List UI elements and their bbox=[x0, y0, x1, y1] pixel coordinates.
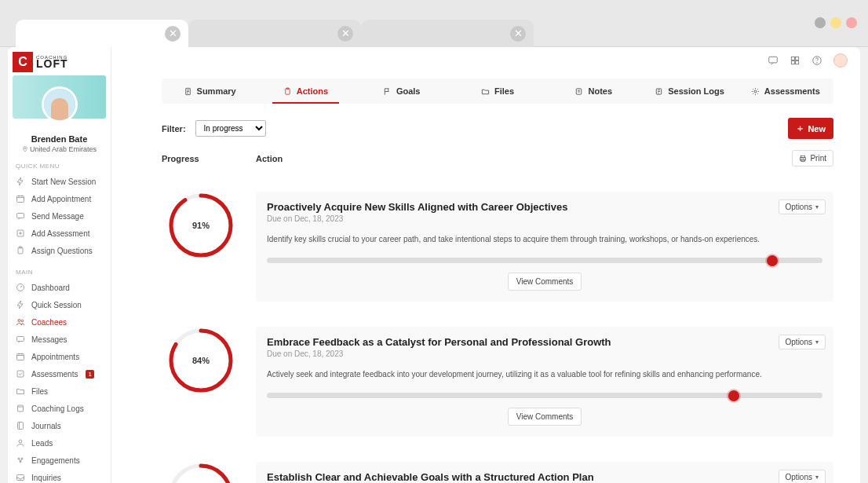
logo-mark: C bbox=[13, 52, 33, 72]
browser-tab[interactable]: ✕ bbox=[188, 20, 361, 47]
filter-select[interactable]: In progress bbox=[195, 120, 266, 137]
sidebar-item-add-appointment[interactable]: Add Appointment bbox=[8, 190, 111, 207]
window-dot[interactable] bbox=[846, 17, 857, 28]
tab-label: Notes bbox=[588, 86, 612, 96]
tab-assessments[interactable]: Assessments bbox=[738, 79, 833, 104]
sidebar-item-label: Appointments bbox=[31, 353, 79, 361]
sidebar-item-leads[interactable]: Leads bbox=[8, 434, 111, 452]
sidebar-item-label: Engagements bbox=[31, 456, 80, 465]
sidebar-item-files[interactable]: Files bbox=[8, 382, 111, 400]
sidebar-item-label: Assign Questions bbox=[31, 247, 93, 255]
inbox-icon bbox=[16, 473, 25, 482]
sidebar-item-start-new-session[interactable]: Start New Session bbox=[8, 173, 111, 190]
tab-notes[interactable]: Notes bbox=[545, 79, 641, 104]
tab-files[interactable]: Files bbox=[450, 79, 545, 104]
sidebar-item-inquiries[interactable]: Inquiries bbox=[8, 469, 111, 483]
svg-rect-24 bbox=[791, 61, 794, 64]
progress-slider[interactable] bbox=[267, 393, 822, 398]
sidebar-item-engagements[interactable]: Engagements bbox=[8, 452, 111, 469]
svg-rect-34 bbox=[801, 156, 805, 158]
sidebar-item-dashboard[interactable]: Dashboard bbox=[8, 279, 111, 296]
chat-icon[interactable] bbox=[768, 55, 779, 66]
profile-avatar[interactable] bbox=[42, 86, 78, 123]
clipboard-icon bbox=[16, 246, 25, 255]
check-square-icon bbox=[16, 369, 25, 379]
sidebar-item-label: Start New Session bbox=[31, 177, 96, 186]
user-avatar[interactable] bbox=[833, 53, 848, 68]
sidebar-item-assign-questions[interactable]: Assign Questions bbox=[8, 242, 111, 259]
progress-ring: 91% bbox=[162, 192, 240, 302]
flag-icon bbox=[383, 87, 392, 96]
sidebar-item-assessments[interactable]: Assessments1 bbox=[8, 365, 111, 382]
progress-ring: 84% bbox=[162, 327, 240, 437]
window-dot[interactable] bbox=[815, 17, 826, 28]
sidebar-item-label: Inquiries bbox=[31, 474, 61, 482]
sidebar-item-coachees[interactable]: Coachees bbox=[8, 313, 111, 331]
tab-close-icon[interactable]: ✕ bbox=[337, 26, 353, 42]
action-card: OptionsEstablish Clear and Achievable Go… bbox=[256, 462, 833, 483]
view-comments-button[interactable]: View Comments bbox=[508, 408, 582, 426]
tab-label: Files bbox=[494, 86, 514, 96]
svg-point-8 bbox=[21, 320, 24, 322]
sidebar-item-label: Journals bbox=[31, 422, 61, 430]
svg-rect-2 bbox=[17, 214, 24, 218]
tab-label: Assessments bbox=[764, 86, 820, 96]
filter-label: Filter: bbox=[162, 124, 186, 134]
action-description: Identify key skills crucial to your care… bbox=[267, 234, 822, 245]
window-dot[interactable] bbox=[830, 17, 841, 28]
logo[interactable]: C COACHING LOFT bbox=[13, 52, 106, 72]
sidebar-item-label: Messages bbox=[31, 335, 67, 344]
sidebar-item-coaching-logs[interactable]: Coaching Logs bbox=[8, 400, 111, 417]
progress-percent: 70% bbox=[167, 462, 235, 483]
action-row: 84%OptionsEmbrace Feedback as a Catalyst… bbox=[162, 327, 833, 437]
profile-name: Brenden Bate bbox=[8, 134, 111, 144]
sidebar-item-add-assessment[interactable]: Add Assessment bbox=[8, 225, 111, 242]
options-button[interactable]: Options bbox=[779, 335, 826, 349]
svg-rect-25 bbox=[796, 61, 799, 64]
action-row: 70%OptionsEstablish Clear and Achievable… bbox=[162, 462, 833, 483]
svg-point-7 bbox=[18, 320, 20, 322]
options-button[interactable]: Options bbox=[779, 470, 826, 483]
new-button[interactable]: ＋ New bbox=[788, 118, 833, 139]
tab-summary[interactable]: Summary bbox=[162, 79, 257, 104]
sidebar-item-label: Quick Session bbox=[31, 301, 82, 309]
sidebar-item-label: Add Assessment bbox=[31, 229, 89, 238]
detail-tabs: SummaryActionsGoalsFilesNotesSession Log… bbox=[162, 79, 833, 104]
svg-rect-22 bbox=[791, 57, 794, 60]
help-icon[interactable] bbox=[811, 55, 822, 66]
view-comments-button[interactable]: View Comments bbox=[508, 273, 582, 291]
sidebar-item-quick-session[interactable]: Quick Session bbox=[8, 296, 111, 313]
sidebar-item-send-message[interactable]: Send Message bbox=[8, 207, 111, 225]
sidebar-item-label: Dashboard bbox=[31, 284, 70, 292]
sidebar-item-label: Coachees bbox=[31, 318, 67, 327]
progress-slider[interactable] bbox=[267, 258, 822, 263]
svg-rect-31 bbox=[577, 88, 582, 93]
browser-tab-active[interactable]: ✕ bbox=[16, 20, 188, 47]
tab-close-icon[interactable]: ✕ bbox=[510, 26, 526, 42]
sidebar-item-messages[interactable]: Messages bbox=[8, 331, 111, 348]
tab-goals[interactable]: Goals bbox=[354, 79, 450, 104]
print-button[interactable]: Print bbox=[792, 150, 833, 166]
svg-rect-21 bbox=[769, 57, 778, 63]
svg-rect-9 bbox=[17, 337, 24, 342]
tab-session-logs[interactable]: Session Logs bbox=[641, 79, 737, 104]
message-icon bbox=[16, 335, 25, 344]
column-progress: Progress bbox=[162, 154, 256, 163]
sidebar-item-appointments[interactable]: Appointments bbox=[8, 348, 111, 365]
grid-icon[interactable] bbox=[790, 55, 801, 66]
action-title: Establish Clear and Achievable Goals wit… bbox=[267, 471, 822, 483]
slider-knob[interactable] bbox=[728, 390, 739, 401]
options-button[interactable]: Options bbox=[779, 199, 826, 214]
plus-square-icon bbox=[16, 229, 25, 238]
svg-point-33 bbox=[754, 90, 757, 93]
calendar-icon bbox=[16, 352, 25, 361]
slider-knob[interactable] bbox=[767, 255, 778, 266]
tab-close-icon[interactable]: ✕ bbox=[165, 26, 181, 42]
sidebar-item-journals[interactable]: Journals bbox=[8, 417, 111, 434]
tab-actions[interactable]: Actions bbox=[257, 79, 353, 104]
svg-point-27 bbox=[817, 63, 818, 64]
progress-ring: 70% bbox=[162, 462, 240, 483]
svg-rect-1 bbox=[17, 196, 24, 203]
journal-icon bbox=[16, 421, 25, 430]
browser-tab[interactable]: ✕ bbox=[361, 20, 534, 47]
